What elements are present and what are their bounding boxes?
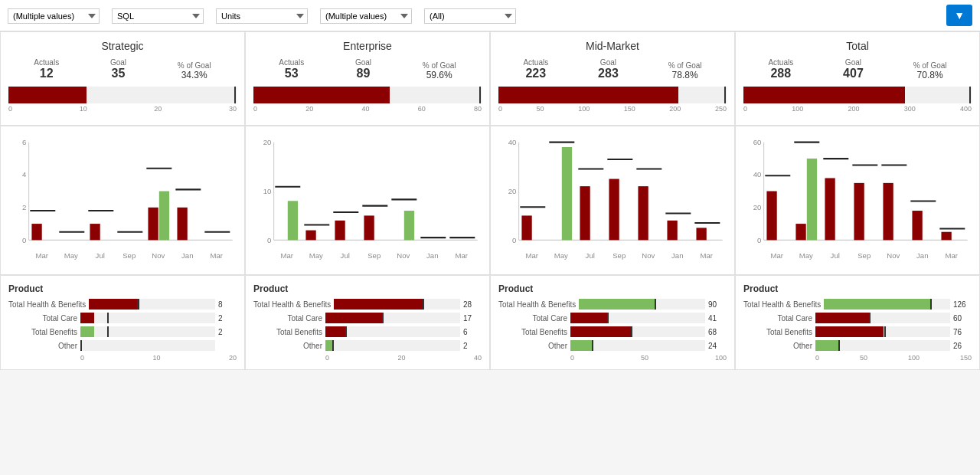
product-bar-enterprise-2 <box>325 326 345 337</box>
bar-chart-enterprise: 01020 MarMayJulSepNovJanMar <box>253 134 482 264</box>
goal-line-total <box>969 87 971 103</box>
product-name-total-3: Other <box>743 342 812 350</box>
product-axis-midmarket: 050100 <box>570 354 727 362</box>
svg-text:May: May <box>554 251 568 260</box>
svg-text:May: May <box>309 251 323 260</box>
product-row-midmarket-0: Total Health & Benefits 90 <box>498 299 727 310</box>
panel-chart-strategic: 0246 MarMayJulSepNovJanMar <box>0 126 245 275</box>
svg-text:Mar: Mar <box>701 251 714 260</box>
kpi-goal-enterprise: Goal 89 <box>355 58 371 80</box>
svg-text:0: 0 <box>757 236 761 244</box>
product-val-strategic-2: 2 <box>218 328 237 336</box>
product-marker-total-2 <box>884 326 886 337</box>
kpi-row-strategic: Actuals 12 Goal 35 % of Goal 34.3% <box>8 58 237 80</box>
svg-text:Jul: Jul <box>831 251 840 260</box>
svg-rect-30 <box>288 201 298 240</box>
product-marker-enterprise-3 <box>332 340 334 351</box>
month-filter-select[interactable]: (Multiple values) <box>8 8 100 24</box>
product-row-total-1: Total Care 60 <box>743 313 972 323</box>
product-bar-wrap-midmarket-3 <box>570 340 705 351</box>
product-name-strategic-2: Total Benefits <box>8 328 77 336</box>
product-bar-midmarket-3 <box>570 340 592 351</box>
svg-rect-56 <box>562 147 572 240</box>
svg-rect-84 <box>807 159 817 240</box>
product-val-total-2: 76 <box>953 328 972 336</box>
product-bar-wrap-total-1 <box>815 313 950 323</box>
goal-stage-select[interactable]: SQL <box>112 8 204 24</box>
product-filter-select[interactable]: (Multiple values) <box>320 8 412 24</box>
svg-text:20: 20 <box>753 203 762 211</box>
svg-rect-81 <box>766 191 776 240</box>
svg-text:Sep: Sep <box>122 251 136 260</box>
svg-text:Nov: Nov <box>887 251 900 260</box>
svg-text:60: 60 <box>753 138 762 146</box>
product-row-strategic-2: Total Benefits 2 <box>8 326 237 337</box>
product-val-total-0: 126 <box>953 300 972 309</box>
kpi-pct-midmarket: % of Goal 78.8% <box>668 61 702 80</box>
svg-text:Jul: Jul <box>96 251 105 260</box>
svg-rect-12 <box>148 208 158 241</box>
month-filter: (Multiple values) <box>8 7 100 24</box>
svg-text:10: 10 <box>263 187 272 195</box>
svg-rect-64 <box>667 221 677 241</box>
product-val-midmarket-3: 24 <box>708 342 727 350</box>
product-val-enterprise-2: 6 <box>463 328 482 336</box>
product-bar-total-1 <box>815 313 869 323</box>
product-marker-midmarket-1 <box>607 313 609 323</box>
product-val-total-3: 26 <box>953 342 972 350</box>
kpi-pct-strategic: % of Goal 34.3% <box>178 61 211 80</box>
svg-rect-54 <box>521 215 531 240</box>
source-filter-select[interactable]: (All) <box>424 8 516 24</box>
product-row-strategic-3: Other <box>8 340 237 351</box>
product-bar-wrap-enterprise-2 <box>325 326 460 337</box>
goal-line-midmarket <box>724 87 726 103</box>
product-val-midmarket-2: 68 <box>708 328 727 336</box>
filter-button[interactable]: ▼ <box>946 5 972 26</box>
product-bar-wrap-enterprise-3 <box>325 340 460 351</box>
product-bar-wrap-strategic-0 <box>89 299 215 310</box>
kpi-actuals-midmarket: Actuals 223 <box>523 58 548 80</box>
panel-title-total: Total Actuals 288 Goal 407 % of Goal 70.… <box>735 31 980 126</box>
svg-rect-38 <box>404 211 414 240</box>
product-bar-strategic-1 <box>80 313 94 323</box>
svg-text:Mar: Mar <box>946 251 959 260</box>
product-name-enterprise-1: Total Care <box>253 314 322 323</box>
progress-container-total: 0100200300400 <box>743 87 972 113</box>
goal-metric-select[interactable]: Units <box>216 8 308 24</box>
kpi-row-enterprise: Actuals 53 Goal 89 % of Goal 59.6% <box>253 58 482 80</box>
svg-text:May: May <box>799 251 813 260</box>
product-name-enterprise-0: Total Health & Benefits <box>253 300 331 309</box>
product-bar-wrap-strategic-1 <box>80 313 215 323</box>
panel-chart-midmarket: 02040 MarMayJulSepNovJanMar <box>490 126 735 275</box>
source-filter: (All) <box>424 7 516 24</box>
product-row-strategic-1: Total Care 2 <box>8 313 237 323</box>
kpi-actuals-enterprise: Actuals 53 <box>279 58 304 80</box>
progress-track-enterprise <box>253 87 482 103</box>
filter-bar: (Multiple values) SQL Units (Multiple va… <box>0 0 980 31</box>
product-axis-total: 050100150 <box>815 354 972 362</box>
svg-text:20: 20 <box>508 187 517 195</box>
product-bar-wrap-enterprise-1 <box>325 313 460 323</box>
kpi-goal-strategic: Goal 35 <box>110 58 126 80</box>
product-row-enterprise-1: Total Care 17 <box>253 313 482 323</box>
product-name-midmarket-3: Other <box>498 342 567 350</box>
svg-rect-36 <box>364 215 374 240</box>
progress-bar-enterprise <box>253 87 390 103</box>
product-marker-midmarket-0 <box>655 299 656 310</box>
svg-rect-32 <box>305 231 315 241</box>
svg-text:Nov: Nov <box>397 251 410 260</box>
axis-labels-strategic: 0102030 <box>8 105 237 113</box>
product-row-midmarket-3: Other 24 <box>498 340 727 351</box>
product-bar-enterprise-3 <box>325 340 332 351</box>
product-bar-total-3 <box>815 340 839 351</box>
product-val-enterprise-0: 28 <box>463 300 482 309</box>
product-val-midmarket-1: 41 <box>708 314 727 323</box>
product-name-total-0: Total Health & Benefits <box>743 300 821 309</box>
kpi-goal-midmarket: Goal 283 <box>598 58 619 80</box>
kpi-pct-total: % of Goal 70.8% <box>913 61 947 80</box>
progress-track-total <box>743 87 972 103</box>
svg-text:Mar: Mar <box>525 251 538 260</box>
product-name-total-1: Total Care <box>743 314 812 323</box>
product-axis-strategic: 01020 <box>80 354 237 362</box>
progress-bar-midmarket <box>498 87 678 103</box>
